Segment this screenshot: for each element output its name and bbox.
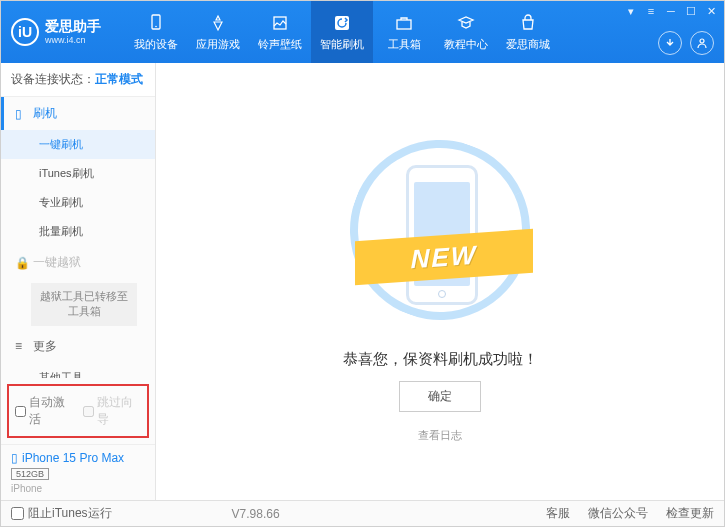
app-logo: iU 爱思助手 www.i4.cn: [11, 18, 101, 46]
block-itunes-checkbox[interactable]: 阻止iTunes运行: [11, 505, 112, 522]
nav-tutorials[interactable]: 教程中心: [435, 1, 497, 63]
menu-batch-flash[interactable]: 批量刷机: [1, 217, 155, 246]
auto-activate-checkbox[interactable]: 自动激活: [15, 394, 73, 428]
menu-itunes-flash[interactable]: iTunes刷机: [1, 159, 155, 188]
nav-my-device[interactable]: 我的设备: [125, 1, 187, 63]
download-button[interactable]: [658, 31, 682, 55]
svg-point-1: [155, 26, 157, 28]
menu-more-head[interactable]: ≡更多: [1, 330, 155, 363]
tutorial-icon: [455, 12, 477, 34]
device-info[interactable]: ▯iPhone 15 Pro Max 512GB iPhone: [1, 444, 155, 500]
view-log-link[interactable]: 查看日志: [418, 428, 462, 443]
menu-other-tools[interactable]: 其他工具: [1, 363, 155, 378]
wallpaper-icon: [269, 12, 291, 34]
maximize-icon[interactable]: ☐: [684, 4, 698, 18]
store-icon: [517, 12, 539, 34]
success-message: 恭喜您，保资料刷机成功啦！: [343, 350, 538, 369]
svg-rect-4: [397, 20, 411, 29]
storage-badge: 512GB: [11, 468, 49, 480]
skip-guide-checkbox[interactable]: 跳过向导: [83, 394, 141, 428]
phone-icon: ▯: [15, 107, 27, 121]
more-icon: ≡: [15, 339, 27, 353]
svg-rect-3: [335, 16, 349, 30]
minimize-icon[interactable]: ─: [664, 4, 678, 18]
user-button[interactable]: [690, 31, 714, 55]
sidebar: 设备连接状态：正常模式 ▯刷机 一键刷机 iTunes刷机 专业刷机 批量刷机 …: [1, 63, 156, 500]
phone-small-icon: ▯: [11, 451, 18, 465]
footer-support[interactable]: 客服: [546, 505, 570, 522]
footer-update[interactable]: 检查更新: [666, 505, 714, 522]
menu-jailbreak-head[interactable]: 🔒一键越狱: [1, 246, 155, 279]
device-status: 设备连接状态：正常模式: [1, 63, 155, 97]
lock-icon: 🔒: [15, 256, 27, 270]
apps-icon: [207, 12, 229, 34]
menu-icon[interactable]: ▾: [624, 4, 638, 18]
nav-store[interactable]: 爱思商城: [497, 1, 559, 63]
footer-wechat[interactable]: 微信公众号: [588, 505, 648, 522]
device-type: iPhone: [11, 483, 145, 494]
nav-ringtones[interactable]: 铃声壁纸: [249, 1, 311, 63]
flash-options: 自动激活 跳过向导: [7, 384, 149, 438]
settings-icon[interactable]: ≡: [644, 4, 658, 18]
top-nav: 我的设备 应用游戏 铃声壁纸 智能刷机 工具箱 教程中心 爱思商城: [125, 1, 559, 63]
nav-apps[interactable]: 应用游戏: [187, 1, 249, 63]
main-content: NEW 恭喜您，保资料刷机成功啦！ 确定 查看日志: [156, 63, 724, 500]
menu-pro-flash[interactable]: 专业刷机: [1, 188, 155, 217]
footer: 阻止iTunes运行 V7.98.66 客服 微信公众号 检查更新: [1, 500, 724, 526]
device-icon: [145, 12, 167, 34]
app-url: www.i4.cn: [45, 35, 101, 46]
app-title: 爱思助手: [45, 18, 101, 35]
version-label: V7.98.66: [232, 507, 280, 521]
app-header: iU 爱思助手 www.i4.cn 我的设备 应用游戏 铃声壁纸 智能刷机 工具…: [1, 1, 724, 63]
nav-toolbox[interactable]: 工具箱: [373, 1, 435, 63]
window-controls: ▾ ≡ ─ ☐ ✕: [624, 4, 718, 18]
jailbreak-note: 越狱工具已转移至工具箱: [31, 283, 137, 326]
menu-one-click-flash[interactable]: 一键刷机: [1, 130, 155, 159]
ok-button[interactable]: 确定: [399, 381, 481, 412]
close-icon[interactable]: ✕: [704, 4, 718, 18]
nav-flash[interactable]: 智能刷机: [311, 1, 373, 63]
svg-point-5: [700, 39, 704, 43]
success-illustration: NEW: [340, 140, 540, 330]
toolbox-icon: [393, 12, 415, 34]
menu-flash-head[interactable]: ▯刷机: [1, 97, 155, 130]
ribbon-text: NEW: [411, 239, 478, 275]
logo-icon: iU: [11, 18, 39, 46]
flash-icon: [331, 12, 353, 34]
